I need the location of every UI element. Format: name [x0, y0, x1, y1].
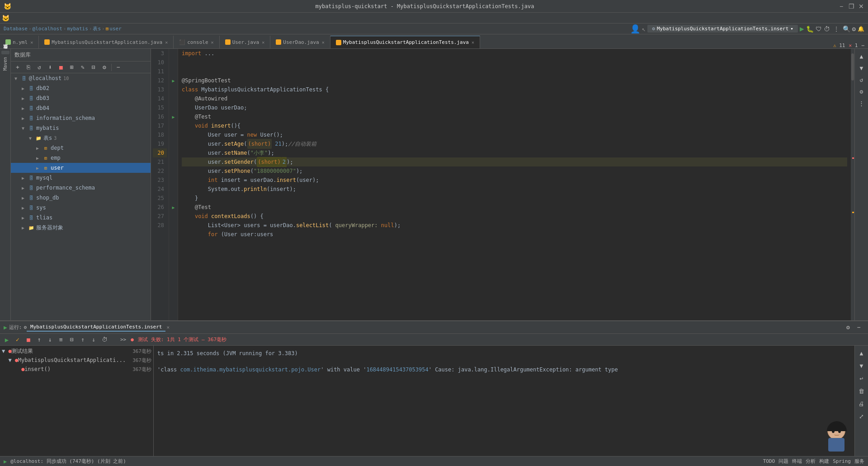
tree-information-schema[interactable]: ▶ 🗄 information_schema: [11, 113, 151, 123]
sidebar-edit-btn[interactable]: ✎: [78, 62, 88, 72]
status-tab-terminal[interactable]: 终端: [792, 458, 802, 465]
status-tab-analyze[interactable]: 分析: [806, 458, 816, 465]
console-clear-btn[interactable]: 🗑: [856, 385, 867, 396]
bottom-settings-btn[interactable]: ⚙: [843, 322, 854, 333]
tree-mysql[interactable]: ▶ 🗄 mysql: [11, 173, 151, 183]
sidebar-stop-btn[interactable]: ■: [56, 62, 66, 72]
right-btn-down[interactable]: ▼: [856, 62, 867, 73]
tree-user[interactable]: ▶ ⊞ user: [11, 163, 151, 173]
sidebar-img-btn[interactable]: ⊟: [89, 62, 99, 72]
tab-userdao-java-close[interactable]: ✕: [322, 40, 325, 45]
coverage-button[interactable]: 🛡: [816, 25, 822, 33]
sidebar-minus-btn[interactable]: −: [113, 62, 123, 72]
breadcrumb-database[interactable]: Database: [4, 26, 28, 32]
test-item-insert[interactable]: ● insert() 367毫秒: [0, 365, 153, 374]
tree-shopdb[interactable]: ▶ 🗄 shop_db: [11, 193, 151, 203]
tab-user-java[interactable]: User.java ✕: [220, 36, 271, 48]
tree-server-objects[interactable]: ▶ 📁 服务器对象: [11, 223, 151, 233]
bottom-tab-close[interactable]: ✕: [166, 324, 170, 330]
sidebar-settings-btn[interactable]: ⚙: [99, 62, 109, 72]
tab-app-java-close[interactable]: ✕: [165, 40, 168, 45]
right-btn-more[interactable]: ⋮: [856, 98, 867, 109]
sidebar-add-btn[interactable]: +: [13, 62, 23, 72]
minimize-button[interactable]: −: [838, 3, 844, 10]
settings-button[interactable]: ⚙: [852, 25, 856, 33]
status-tab-build[interactable]: 构建: [819, 458, 829, 465]
up-btn[interactable]: ⇑: [78, 335, 88, 345]
tree-perf[interactable]: ▶ 🗄 performance_schema: [11, 183, 151, 193]
breadcrumb-localhost[interactable]: @localhost: [33, 26, 62, 32]
sidebar-copy-btn[interactable]: ⎘: [24, 62, 33, 72]
tree-db03[interactable]: ▶ 🗄 db03: [11, 93, 151, 103]
tree-localhost[interactable]: ▼ 🗄 @localhost 10: [11, 73, 151, 83]
tree-tlias[interactable]: ▶ 🗄 tlias: [11, 213, 151, 223]
run-gutter-26[interactable]: ▶: [169, 203, 178, 212]
bottom-tab-run[interactable]: MybatisplusQuickstartApplicationTests.in…: [27, 323, 165, 332]
stop-btn[interactable]: ■: [24, 335, 33, 345]
tree-db02[interactable]: ▶ 🗄 db02: [11, 83, 151, 93]
vtab-database[interactable]: 数据库: [1, 51, 9, 54]
console-down-btn[interactable]: ▼: [856, 360, 867, 371]
console-up-btn[interactable]: ▲: [856, 347, 867, 358]
active-run-tab[interactable]: ⚙ MybatisplusQuickstartApplicationTests.…: [647, 25, 798, 33]
tab-userdao-java[interactable]: UserDao.java ✕: [270, 36, 330, 48]
tab-tests-java-close[interactable]: ✕: [472, 40, 474, 45]
breadcrumb-user[interactable]: ⊞ user: [106, 26, 122, 32]
history-btn[interactable]: ⏱: [99, 335, 109, 345]
maximize-button[interactable]: ❐: [848, 3, 854, 10]
profile-run-button[interactable]: ⏱: [824, 25, 830, 33]
group-btn[interactable]: ⊟: [67, 335, 77, 345]
rerun-button[interactable]: ▶: [2, 335, 12, 345]
status-tab-todo[interactable]: TODO: [763, 458, 775, 464]
tab-yml[interactable]: n.yml ✕: [0, 36, 39, 48]
breadcrumb-mybatis[interactable]: mybatis: [67, 26, 88, 32]
status-tab-problem[interactable]: 问题: [778, 458, 788, 465]
test-item-results[interactable]: ▼ ● 测试结果 367毫秒: [0, 347, 153, 356]
tab-user-java-close[interactable]: ✕: [262, 40, 264, 45]
tree-tables[interactable]: ▼ 📁 表s 3: [11, 133, 151, 143]
run-play-icon[interactable]: ▶: [4, 324, 7, 331]
breadcrumb-tables[interactable]: 表s: [93, 25, 101, 32]
tab-console-close[interactable]: ✕: [211, 40, 214, 45]
tree-mybatis[interactable]: ▼ 🗄 mybatis: [11, 123, 151, 133]
bottom-minimize-btn[interactable]: −: [854, 322, 864, 333]
debug-button[interactable]: 🐛: [806, 25, 814, 33]
right-btn-refresh[interactable]: ↺: [856, 74, 867, 85]
tab-app-java[interactable]: MybatisplusQuickstartApplication.java ✕: [39, 36, 174, 48]
right-btn-settings[interactable]: ⚙: [856, 86, 867, 97]
tab-console[interactable]: ⬛ console ✕: [174, 36, 219, 48]
tree-sys[interactable]: ▶ 🗄 sys: [11, 203, 151, 213]
align-btn[interactable]: ≡: [56, 335, 66, 345]
status-tab-services[interactable]: 服务: [854, 458, 864, 465]
run-gutter-16[interactable]: ▶: [169, 112, 178, 121]
code-area[interactable]: import ... @SpringBootTest class Mybatis…: [178, 49, 851, 320]
sort-down-btn[interactable]: ↓: [45, 335, 55, 345]
sidebar-table-btn[interactable]: ⊞: [67, 62, 77, 72]
expand-tab-btn[interactable]: ⋯: [861, 43, 864, 48]
rerun-failed-btn[interactable]: ✓: [13, 335, 23, 345]
tab-tests-java[interactable]: MybatisplusQuickstartApplicationTests.ja…: [330, 36, 480, 48]
console-expand-btn[interactable]: ⤢: [856, 411, 867, 422]
profile-icon[interactable]: 👤: [630, 24, 640, 33]
notifications-button[interactable]: 🔔: [858, 26, 864, 32]
sidebar-filter-btn[interactable]: ⬇: [45, 62, 55, 72]
search-button[interactable]: 🔍: [843, 25, 850, 33]
vtab-maven[interactable]: Maven: [2, 55, 9, 72]
sort-up-btn[interactable]: ↑: [34, 335, 44, 345]
close-button[interactable]: ✕: [858, 3, 864, 10]
status-tab-spring[interactable]: Spring: [833, 458, 851, 464]
tree-emp[interactable]: ▶ ⊞ emp: [11, 153, 151, 163]
console-print-btn[interactable]: 🖨: [856, 398, 867, 409]
tree-db04[interactable]: ▶ 🗄 db04: [11, 103, 151, 113]
run-button[interactable]: ▶: [800, 24, 804, 33]
cursor-icon[interactable]: ↖: [642, 25, 646, 33]
sidebar-refresh-btn[interactable]: ↺: [34, 62, 44, 72]
right-btn-up[interactable]: ▲: [856, 51, 867, 62]
editor-scrollbar[interactable]: [851, 49, 854, 320]
console-soft-wrap-btn[interactable]: ↩: [856, 373, 867, 384]
status-run-btn[interactable]: ▶: [4, 458, 7, 465]
test-item-class[interactable]: ▼ ● MybatisplusQuickstartApplicati... 36…: [0, 356, 153, 365]
down-btn[interactable]: ⇓: [89, 335, 99, 345]
more-actions[interactable]: ⋮: [834, 26, 839, 32]
tab-yml-close[interactable]: ✕: [30, 40, 33, 45]
